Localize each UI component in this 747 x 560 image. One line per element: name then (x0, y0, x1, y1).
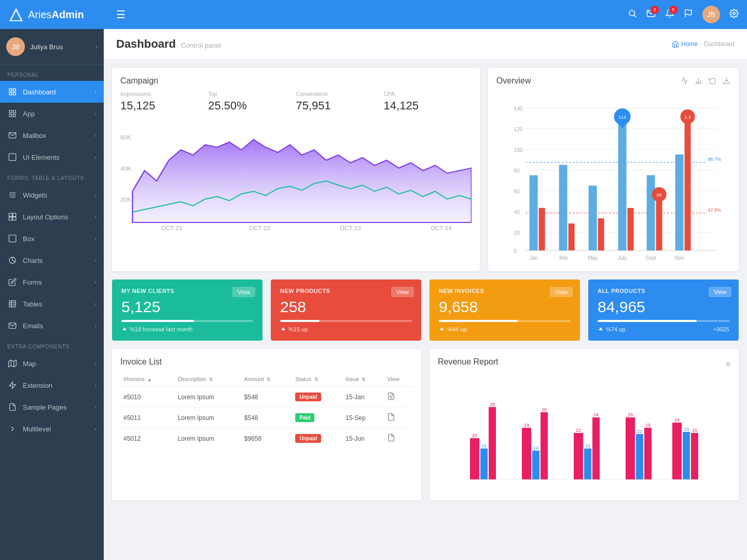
email-badge: 3 (651, 6, 659, 14)
sidebar-item-sample-pages[interactable]: Sample Pages › (0, 396, 104, 418)
status-badge-unpaid2: Unpaid (295, 434, 321, 443)
metrics-row: MY NEW CLIENTS View 5,125 %18 Increase l… (112, 279, 739, 341)
svg-text:29: 29 (628, 412, 633, 417)
svg-text:100: 100 (514, 147, 522, 153)
email-button[interactable]: 3 (646, 9, 656, 21)
svg-rect-8 (13, 89, 16, 91)
table-row: #5010 Lorem Ipsum $548 Unpaid 15-Jan (120, 387, 413, 408)
download-icon[interactable] (723, 77, 730, 86)
logo: AriesAdmin (8, 7, 112, 22)
revenue-chart-svg: 20 16 28 24 14 26 (438, 376, 730, 490)
sidebar-item-ui-elements[interactable]: UI Elements › (0, 146, 104, 168)
new-clients-view-button[interactable]: View (232, 287, 255, 297)
all-products-view-button[interactable]: View (709, 287, 731, 297)
svg-text:0: 0 (514, 248, 517, 254)
sidebar-item-multilevel[interactable]: Multilevel › (0, 418, 104, 440)
sidebar-item-forms[interactable]: Forms › (0, 271, 104, 293)
svg-text:60: 60 (514, 189, 520, 194)
metric-all-products-change: %74 up +9025 (598, 326, 729, 332)
sidebar-item-tables[interactable]: Tables › (0, 293, 104, 315)
svg-text:140: 140 (514, 106, 522, 111)
col-amount[interactable]: Amount ⇅ (241, 372, 292, 387)
amount-sort-icon: ⇅ (267, 377, 271, 382)
breadcrumb-home[interactable]: Home (681, 40, 698, 48)
sidebar-user[interactable]: JB Juliya Brus › (0, 29, 104, 65)
campaign-chart: 60K 40K 20K (120, 119, 472, 233)
tables-chevron-icon: › (94, 301, 96, 307)
flag-button[interactable] (684, 9, 693, 21)
svg-text:80: 80 (514, 168, 520, 174)
svg-rect-10 (13, 92, 16, 95)
extension-icon (7, 380, 18, 390)
line-chart-icon[interactable] (681, 77, 688, 86)
invoice-view[interactable] (384, 428, 413, 449)
sidebar-item-widgets[interactable]: Widgets › (0, 184, 104, 206)
col-invoice[interactable]: #Invoice ▲ (120, 372, 175, 387)
sidebar-item-extension[interactable]: Extension › (0, 374, 104, 396)
invoice-view[interactable] (384, 408, 413, 428)
bar-chart-icon[interactable] (695, 77, 702, 86)
search-button[interactable] (628, 9, 637, 21)
emails-chevron-icon: › (94, 323, 96, 329)
new-products-view-button[interactable]: View (391, 287, 414, 297)
col-status[interactable]: Status ⇅ (292, 372, 342, 387)
menu-toggle-icon[interactable]: ☰ (112, 4, 130, 25)
user-avatar[interactable]: JB (702, 6, 720, 23)
col-description[interactable]: Description ⇅ (175, 372, 241, 387)
status-sort-icon: ⇅ (314, 377, 319, 382)
col-issue[interactable]: Issue ⇅ (342, 372, 384, 387)
ui-elements-chevron-icon: › (94, 154, 96, 160)
multilevel-chevron-icon: › (94, 426, 96, 432)
svg-marker-33 (9, 382, 16, 388)
svg-rect-14 (13, 114, 16, 117)
invoice-amount: $9658 (241, 428, 292, 449)
sidebar-item-layout-options[interactable]: Layout Options › (0, 206, 104, 228)
campaign-stats: Impressions 15,125 Top 25.50% Conversion… (120, 91, 472, 113)
svg-rect-123 (672, 423, 682, 480)
bell-button[interactable]: 5 (665, 9, 674, 21)
revenue-card: Revenue Report ≡ 20 16 2 (430, 349, 739, 500)
mailbox-chevron-icon: › (94, 132, 96, 138)
svg-marker-94 (281, 327, 285, 330)
overview-title: Overview (496, 76, 531, 86)
sidebar-item-box[interactable]: Box › (0, 228, 104, 249)
svg-rect-74 (675, 155, 683, 250)
sidebar-item-emails[interactable]: Emails › (0, 315, 104, 337)
svg-text:19: 19 (645, 423, 651, 428)
svg-rect-67 (568, 223, 574, 250)
svg-rect-64 (529, 175, 537, 250)
invoice-view[interactable] (384, 387, 413, 408)
metric-all-products: ALL PRODUCTS View 84,965 %74 up +9025 (588, 279, 739, 341)
svg-rect-111 (574, 433, 583, 480)
invoice-issue: 15-Sep (342, 408, 384, 428)
svg-rect-105 (522, 428, 531, 480)
stat-conversions-value: 75,951 (296, 99, 383, 113)
sidebar-item-dashboard[interactable]: Dashboard › (0, 81, 104, 103)
svg-rect-73 (656, 201, 662, 250)
campaign-card: Campaign Impressions 15,125 Top 25.50% C… (112, 68, 480, 271)
content-inner: Campaign Impressions 15,125 Top 25.50% C… (104, 60, 747, 517)
svg-rect-12 (13, 110, 16, 113)
sidebar-item-app[interactable]: App › (0, 103, 104, 124)
settings-button[interactable] (729, 9, 739, 21)
overview-chart: 140 120 100 80 60 40 20 0 (496, 95, 730, 263)
svg-rect-16 (9, 153, 16, 160)
sidebar-item-map[interactable]: Map › (0, 353, 104, 374)
revenue-menu-icon[interactable]: ≡ (726, 360, 730, 369)
svg-text:Nov: Nov (675, 255, 684, 261)
new-invoices-view-button[interactable]: View (550, 287, 573, 297)
metric-new-products-change: %15 up (280, 326, 412, 332)
svg-rect-23 (13, 217, 16, 220)
sidebar-item-mailbox[interactable]: Mailbox › (0, 124, 104, 146)
home-breadcrumb-icon (672, 40, 679, 48)
invoice-table-header-row: #Invoice ▲ Description ⇅ Amount ⇅ Status… (120, 372, 413, 387)
svg-rect-24 (9, 235, 16, 242)
svg-rect-115 (592, 417, 600, 480)
sidebar-item-charts[interactable]: Charts › (0, 249, 104, 271)
metric-new-invoices-value: 9,658 (439, 298, 571, 316)
refresh-icon[interactable] (709, 77, 716, 86)
metric-all-products-value: 84,965 (598, 298, 729, 316)
table-row: #5011 Lorem Ipsum $548 Paid 15-Sep (120, 408, 413, 428)
ui-elements-icon (7, 152, 18, 162)
sample-pages-chevron-icon: › (94, 404, 96, 410)
